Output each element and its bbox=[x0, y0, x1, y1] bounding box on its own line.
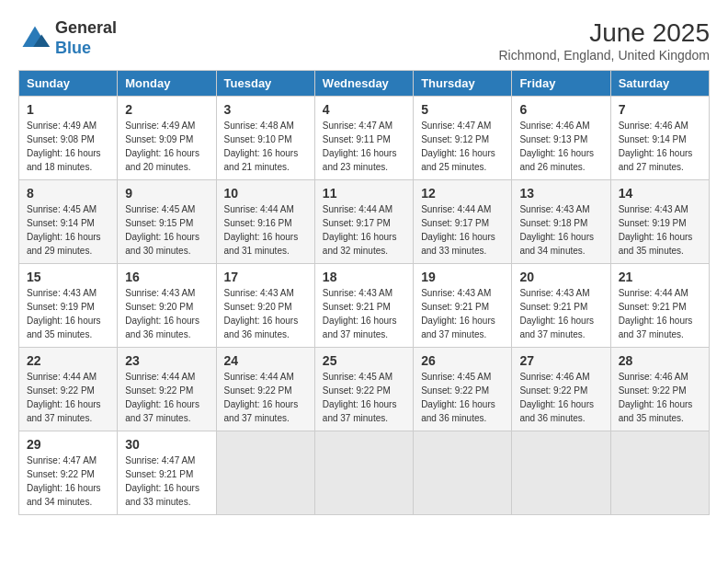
table-row: 3Sunrise: 4:48 AMSunset: 9:10 PMDaylight… bbox=[216, 97, 314, 180]
calendar-week-row: 22Sunrise: 4:44 AMSunset: 9:22 PMDayligh… bbox=[19, 348, 710, 431]
table-row: 25Sunrise: 4:45 AMSunset: 9:22 PMDayligh… bbox=[314, 348, 413, 431]
col-tuesday: Tuesday bbox=[216, 71, 314, 97]
table-row: 9Sunrise: 4:45 AMSunset: 9:15 PMDaylight… bbox=[118, 180, 216, 264]
day-number: 23 bbox=[125, 353, 208, 368]
day-number: 29 bbox=[27, 437, 109, 452]
day-number: 15 bbox=[27, 270, 109, 284]
title-block: June 2025 Richmond, England, United King… bbox=[498, 18, 710, 63]
day-number: 19 bbox=[421, 270, 504, 284]
day-info: Sunrise: 4:48 AMSunset: 9:10 PMDaylight:… bbox=[224, 119, 307, 174]
col-wednesday: Wednesday bbox=[314, 71, 413, 97]
day-info: Sunrise: 4:44 AMSunset: 9:22 PMDaylight:… bbox=[125, 370, 208, 425]
day-number: 9 bbox=[125, 186, 208, 201]
table-row bbox=[512, 431, 610, 515]
logo-text: General Blue bbox=[55, 18, 117, 58]
day-number: 6 bbox=[519, 102, 602, 117]
day-info: Sunrise: 4:49 AMSunset: 9:08 PMDaylight:… bbox=[27, 119, 109, 174]
table-row: 27Sunrise: 4:46 AMSunset: 9:22 PMDayligh… bbox=[512, 348, 610, 431]
day-number: 8 bbox=[27, 186, 109, 201]
day-info: Sunrise: 4:46 AMSunset: 9:22 PMDaylight:… bbox=[619, 370, 701, 425]
day-info: Sunrise: 4:43 AMSunset: 9:20 PMDaylight:… bbox=[125, 286, 208, 341]
table-row bbox=[314, 431, 413, 515]
location-subtitle: Richmond, England, United Kingdom bbox=[498, 48, 710, 63]
table-row bbox=[414, 431, 512, 515]
day-number: 22 bbox=[27, 353, 109, 368]
table-row: 16Sunrise: 4:43 AMSunset: 9:20 PMDayligh… bbox=[118, 264, 216, 348]
table-row: 11Sunrise: 4:44 AMSunset: 9:17 PMDayligh… bbox=[314, 180, 413, 264]
table-row bbox=[610, 431, 709, 515]
day-number: 14 bbox=[619, 186, 701, 201]
table-row: 12Sunrise: 4:44 AMSunset: 9:17 PMDayligh… bbox=[414, 180, 512, 264]
day-info: Sunrise: 4:44 AMSunset: 9:21 PMDaylight:… bbox=[619, 286, 701, 341]
day-info: Sunrise: 4:45 AMSunset: 9:22 PMDaylight:… bbox=[323, 370, 405, 425]
table-row: 17Sunrise: 4:43 AMSunset: 9:20 PMDayligh… bbox=[216, 264, 314, 348]
table-row: 5Sunrise: 4:47 AMSunset: 9:12 PMDaylight… bbox=[414, 97, 512, 180]
page-header: General Blue June 2025 Richmond, England… bbox=[18, 18, 710, 63]
table-row: 29Sunrise: 4:47 AMSunset: 9:22 PMDayligh… bbox=[19, 431, 118, 515]
day-info: Sunrise: 4:43 AMSunset: 9:19 PMDaylight:… bbox=[619, 202, 701, 258]
table-row: 7Sunrise: 4:46 AMSunset: 9:14 PMDaylight… bbox=[610, 97, 709, 180]
calendar-week-row: 1Sunrise: 4:49 AMSunset: 9:08 PMDaylight… bbox=[19, 97, 710, 180]
day-number: 30 bbox=[125, 437, 208, 452]
day-number: 13 bbox=[519, 186, 602, 201]
day-info: Sunrise: 4:49 AMSunset: 9:09 PMDaylight:… bbox=[125, 119, 208, 174]
day-info: Sunrise: 4:45 AMSunset: 9:14 PMDaylight:… bbox=[27, 202, 109, 258]
day-info: Sunrise: 4:44 AMSunset: 9:16 PMDaylight:… bbox=[224, 202, 307, 258]
table-row: 15Sunrise: 4:43 AMSunset: 9:19 PMDayligh… bbox=[19, 264, 118, 348]
table-row: 24Sunrise: 4:44 AMSunset: 9:22 PMDayligh… bbox=[216, 348, 314, 431]
day-number: 3 bbox=[224, 102, 307, 117]
day-info: Sunrise: 4:43 AMSunset: 9:21 PMDaylight:… bbox=[519, 286, 602, 341]
day-info: Sunrise: 4:43 AMSunset: 9:21 PMDaylight:… bbox=[421, 286, 504, 341]
table-row: 23Sunrise: 4:44 AMSunset: 9:22 PMDayligh… bbox=[118, 348, 216, 431]
table-row: 21Sunrise: 4:44 AMSunset: 9:21 PMDayligh… bbox=[610, 264, 709, 348]
table-row: 14Sunrise: 4:43 AMSunset: 9:19 PMDayligh… bbox=[610, 180, 709, 264]
table-row: 13Sunrise: 4:43 AMSunset: 9:18 PMDayligh… bbox=[512, 180, 610, 264]
day-info: Sunrise: 4:43 AMSunset: 9:19 PMDaylight:… bbox=[27, 286, 109, 341]
day-info: Sunrise: 4:44 AMSunset: 9:17 PMDaylight:… bbox=[323, 202, 405, 258]
table-row: 30Sunrise: 4:47 AMSunset: 9:21 PMDayligh… bbox=[118, 431, 216, 515]
table-row: 19Sunrise: 4:43 AMSunset: 9:21 PMDayligh… bbox=[414, 264, 512, 348]
logo: General Blue bbox=[18, 18, 117, 58]
day-info: Sunrise: 4:45 AMSunset: 9:22 PMDaylight:… bbox=[421, 370, 504, 425]
day-info: Sunrise: 4:47 AMSunset: 9:21 PMDaylight:… bbox=[125, 454, 208, 509]
col-friday: Friday bbox=[512, 71, 610, 97]
calendar-week-row: 8Sunrise: 4:45 AMSunset: 9:14 PMDaylight… bbox=[19, 180, 710, 264]
table-row: 20Sunrise: 4:43 AMSunset: 9:21 PMDayligh… bbox=[512, 264, 610, 348]
col-saturday: Saturday bbox=[610, 71, 709, 97]
day-info: Sunrise: 4:43 AMSunset: 9:21 PMDaylight:… bbox=[323, 286, 405, 341]
day-info: Sunrise: 4:46 AMSunset: 9:22 PMDaylight:… bbox=[519, 370, 602, 425]
day-number: 26 bbox=[421, 353, 504, 368]
table-row: 22Sunrise: 4:44 AMSunset: 9:22 PMDayligh… bbox=[19, 348, 118, 431]
day-number: 28 bbox=[619, 353, 701, 368]
logo-icon bbox=[18, 22, 51, 55]
day-number: 16 bbox=[125, 270, 208, 284]
day-number: 17 bbox=[224, 270, 307, 284]
month-year-title: June 2025 bbox=[498, 18, 710, 48]
col-sunday: Sunday bbox=[19, 71, 118, 97]
table-row: 6Sunrise: 4:46 AMSunset: 9:13 PMDaylight… bbox=[512, 97, 610, 180]
day-info: Sunrise: 4:43 AMSunset: 9:20 PMDaylight:… bbox=[224, 286, 307, 341]
table-row bbox=[216, 431, 314, 515]
table-row: 1Sunrise: 4:49 AMSunset: 9:08 PMDaylight… bbox=[19, 97, 118, 180]
day-number: 24 bbox=[224, 353, 307, 368]
day-number: 7 bbox=[619, 102, 701, 117]
day-info: Sunrise: 4:46 AMSunset: 9:14 PMDaylight:… bbox=[619, 119, 701, 174]
table-row: 10Sunrise: 4:44 AMSunset: 9:16 PMDayligh… bbox=[216, 180, 314, 264]
day-number: 5 bbox=[421, 102, 504, 117]
day-info: Sunrise: 4:44 AMSunset: 9:17 PMDaylight:… bbox=[421, 202, 504, 258]
day-info: Sunrise: 4:45 AMSunset: 9:15 PMDaylight:… bbox=[125, 202, 208, 258]
day-number: 27 bbox=[519, 353, 602, 368]
day-number: 12 bbox=[421, 186, 504, 201]
day-number: 20 bbox=[519, 270, 602, 284]
day-info: Sunrise: 4:47 AMSunset: 9:12 PMDaylight:… bbox=[421, 119, 504, 174]
logo-blue-text: Blue bbox=[55, 39, 91, 57]
day-number: 11 bbox=[323, 186, 405, 201]
day-info: Sunrise: 4:44 AMSunset: 9:22 PMDaylight:… bbox=[27, 370, 109, 425]
day-info: Sunrise: 4:46 AMSunset: 9:13 PMDaylight:… bbox=[519, 119, 602, 174]
logo-general: General bbox=[55, 18, 117, 37]
day-info: Sunrise: 4:47 AMSunset: 9:11 PMDaylight:… bbox=[323, 119, 405, 174]
day-number: 18 bbox=[323, 270, 405, 284]
day-number: 10 bbox=[224, 186, 307, 201]
day-number: 25 bbox=[323, 353, 405, 368]
table-row: 28Sunrise: 4:46 AMSunset: 9:22 PMDayligh… bbox=[610, 348, 709, 431]
